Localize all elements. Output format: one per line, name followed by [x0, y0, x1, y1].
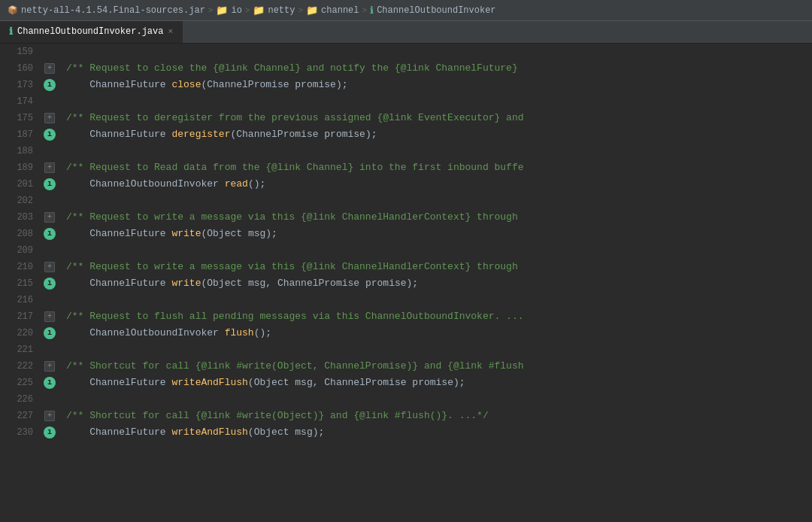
tab-label: ChannelOutboundInvoker.java — [17, 26, 163, 37]
return-type: ChannelFuture — [89, 226, 171, 242]
code-line: 203+/** Request to write a message via t… — [0, 209, 812, 226]
line-gutter — [39, 44, 60, 60]
breadcrumb-jar[interactable]: netty-all-4.1.54.Final-sources.jar — [21, 5, 205, 16]
line-number: 220 — [0, 325, 39, 341]
pkg-icon-1: 📁 — [216, 5, 228, 17]
class-icon: ℹ — [370, 5, 374, 17]
line-number: 225 — [0, 375, 39, 391]
line-number: 203 — [0, 209, 39, 226]
code-content: ChannelFuture close(ChannelPromise promi… — [60, 77, 812, 93]
method-name: write — [171, 275, 201, 292]
tab-file[interactable]: ℹ ChannelOutboundInvoker.java × — [0, 21, 183, 43]
code-line: 174 — [0, 93, 812, 110]
line-number: 208 — [0, 226, 39, 242]
code-content: ChannelFuture writeAndFlush(Object msg); — [60, 424, 812, 441]
line-number: 215 — [0, 275, 39, 292]
line-number: 227 — [0, 408, 39, 424]
line-number: 173 — [0, 77, 39, 93]
jar-icon: 📦 — [8, 5, 18, 15]
code-content — [60, 292, 812, 308]
tab-class-icon: ℹ — [9, 26, 13, 38]
code-content: ChannelFuture deregister(ChannelPromise … — [60, 126, 812, 143]
code-content: ChannelOutboundInvoker flush(); — [60, 325, 812, 341]
code-content — [60, 391, 812, 408]
comment-text: /** Shortcut for call {@link #write(Obje… — [66, 358, 524, 375]
line-number: 160 — [0, 60, 39, 77]
code-line: 226 — [0, 391, 812, 408]
line-gutter: ı — [39, 424, 60, 441]
fold-button[interactable]: + — [44, 162, 55, 173]
fold-button[interactable]: + — [44, 113, 55, 123]
code-line: 215ı ChannelFuture write(Object msg, Cha… — [0, 275, 812, 292]
code-content — [60, 143, 812, 159]
method-name: deregister — [171, 126, 230, 143]
code-line: 220ı ChannelOutboundInvoker flush(); — [0, 325, 812, 341]
code-line: 208ı ChannelFuture write(Object msg); — [0, 226, 812, 242]
line-number: 174 — [0, 93, 39, 110]
method-icon: ı — [44, 426, 56, 439]
return-type: ChannelOutboundInvoker — [89, 325, 224, 341]
return-type: ChannelFuture — [89, 126, 171, 143]
line-gutter: + — [39, 259, 60, 275]
line-gutter — [39, 93, 60, 110]
line-gutter: ı — [39, 226, 60, 242]
line-number: 159 — [0, 44, 39, 60]
breadcrumb-pkg1[interactable]: io — [231, 5, 241, 16]
method-icon: ı — [44, 178, 56, 190]
breadcrumb-pkg3[interactable]: channel — [321, 5, 359, 16]
method-name: writeAndFlush — [171, 375, 247, 391]
line-gutter — [39, 143, 60, 159]
code-line: 222+/** Shortcut for call {@link #write(… — [0, 358, 812, 375]
method-name: writeAndFlush — [171, 424, 247, 441]
method-icon: ı — [44, 327, 56, 339]
line-number: 187 — [0, 126, 39, 143]
line-gutter: + — [39, 408, 60, 424]
line-gutter: ı — [39, 325, 60, 341]
comment-text: /** Request to Read data from the {@link… — [66, 159, 524, 176]
method-icon: ı — [44, 79, 56, 91]
line-gutter: + — [39, 110, 60, 126]
code-line: 201ı ChannelOutboundInvoker read(); — [0, 176, 812, 193]
code-content: /** Request to close the {@link Channel}… — [60, 60, 812, 77]
line-number: 230 — [0, 424, 39, 441]
fold-button[interactable]: + — [44, 63, 55, 74]
line-number: 209 — [0, 242, 39, 259]
line-gutter: ı — [39, 77, 60, 93]
code-line: 187ı ChannelFuture deregister(ChannelPro… — [0, 126, 812, 143]
code-content: /** Request to Read data from the {@link… — [60, 159, 812, 176]
line-gutter: + — [39, 60, 60, 77]
fold-button[interactable]: + — [44, 361, 55, 372]
code-content: ChannelOutboundInvoker read(); — [60, 176, 812, 193]
return-type: ChannelFuture — [89, 424, 171, 441]
line-number: 226 — [0, 391, 39, 408]
code-line: 209 — [0, 242, 812, 259]
code-content: /** Shortcut for call {@link #write(Obje… — [60, 408, 812, 424]
code-line: 160+/** Request to close the {@link Chan… — [0, 60, 812, 77]
line-gutter — [39, 193, 60, 209]
comment-text: /** Request to deregister from the previ… — [66, 110, 524, 126]
fold-button[interactable]: + — [44, 262, 55, 272]
line-gutter: ı — [39, 275, 60, 292]
line-gutter: + — [39, 159, 60, 176]
line-number: 201 — [0, 176, 39, 193]
code-line: 202 — [0, 193, 812, 209]
breadcrumb-class[interactable]: ChannelOutboundInvoker — [377, 5, 495, 16]
line-number: 221 — [0, 341, 39, 358]
code-line: 175+/** Request to deregister from the p… — [0, 110, 812, 126]
breadcrumb-pkg2[interactable]: netty — [268, 5, 295, 16]
code-content: ChannelFuture writeAndFlush(Object msg, … — [60, 375, 812, 391]
code-line: 173ı ChannelFuture close(ChannelPromise … — [0, 77, 812, 93]
line-gutter: + — [39, 358, 60, 375]
code-content — [60, 341, 812, 358]
code-line: 217+/** Request to flush all pending mes… — [0, 308, 812, 325]
code-content: /** Request to flush all pending message… — [60, 308, 812, 325]
tab-close-button[interactable]: × — [168, 27, 173, 36]
code-area: 159160+/** Request to close the {@link C… — [0, 44, 812, 522]
fold-button[interactable]: + — [44, 212, 55, 223]
fold-button[interactable]: + — [44, 311, 55, 322]
fold-button[interactable]: + — [44, 411, 55, 421]
method-name: close — [171, 77, 201, 93]
comment-text: /** Shortcut for call {@link #write(Obje… — [66, 408, 489, 424]
method-name: write — [171, 226, 201, 242]
method-icon: ı — [44, 278, 56, 290]
